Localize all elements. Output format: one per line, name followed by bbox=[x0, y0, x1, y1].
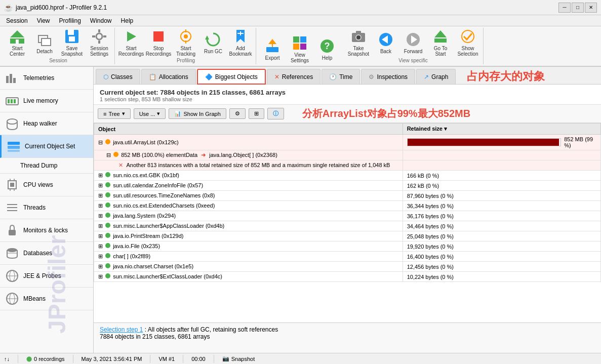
table-row[interactable]: ⊟ java.util.ArrayList (0x129c) 852 MB (9… bbox=[94, 135, 601, 150]
sidebar-item-heap-walker[interactable]: Heap walker bbox=[0, 112, 93, 135]
tab-references[interactable]: ✕ References bbox=[267, 69, 320, 84]
sidebar-item-cpu-views[interactable]: CPU views bbox=[0, 174, 93, 196]
menu-view[interactable]: View bbox=[33, 16, 54, 25]
sidebar-item-monitors-locks[interactable]: Monitors & locks bbox=[0, 219, 93, 242]
forward-button[interactable]: Forward bbox=[400, 28, 426, 57]
expand-icon[interactable]: ⊞ bbox=[98, 273, 103, 279]
expand-icon[interactable]: ⊞ bbox=[98, 203, 103, 209]
col-retained-size[interactable]: Retained size ▾ bbox=[403, 124, 600, 135]
tab-classes[interactable]: ⬡ Classes bbox=[96, 69, 140, 84]
expand-icon[interactable]: ⊟ bbox=[106, 152, 111, 158]
expand-icon[interactable]: ⊞ bbox=[98, 253, 103, 259]
sidebar-item-live-memory[interactable]: Live memory bbox=[0, 90, 93, 112]
tab-time[interactable]: 🕐 Time bbox=[322, 69, 360, 84]
expand-icon[interactable]: ⊞ bbox=[98, 243, 103, 249]
sidebar-item-thread-dump[interactable]: Thread Dump bbox=[0, 158, 93, 174]
expand-icon[interactable]: ⊞ bbox=[98, 213, 103, 219]
export-button[interactable]: Export bbox=[259, 35, 286, 63]
maximize-button[interactable]: □ bbox=[572, 3, 584, 13]
menu-help[interactable]: Help bbox=[117, 16, 138, 25]
menu-session[interactable]: Session bbox=[2, 16, 32, 25]
sidebar-item-jee-probes[interactable]: JEE & Probes bbox=[0, 265, 93, 288]
start-recordings-label: StartRecordings bbox=[118, 46, 144, 57]
detach-button[interactable]: Detach bbox=[31, 28, 58, 57]
table-row[interactable]: ⊟ 852 MB (100.0%) elementData ➜ java.lan… bbox=[94, 150, 601, 160]
columns-button[interactable]: ⊞ bbox=[249, 108, 264, 119]
heap-icon bbox=[5, 116, 19, 131]
start-center-button[interactable]: Start Center bbox=[4, 28, 30, 57]
table-row[interactable]: ⊞ java.lang.System (0x294) 36,176 bytes … bbox=[94, 211, 601, 221]
sidebar-item-current-object-set[interactable]: Current Object Set bbox=[0, 135, 93, 158]
arrow-icon: ➜ bbox=[201, 152, 206, 158]
back-button[interactable]: Back bbox=[373, 28, 399, 57]
expand-icon[interactable]: ⊞ bbox=[98, 172, 103, 178]
expand-icon[interactable]: ⊟ bbox=[98, 139, 103, 145]
save-snapshot-button[interactable]: Save Snapshot bbox=[59, 28, 85, 57]
cell-object: ⊞ sun.misc.Launcher$AppClassLoader (0xd4… bbox=[94, 221, 403, 231]
expand-icon[interactable]: ⊞ bbox=[98, 182, 103, 188]
svg-marker-13 bbox=[127, 31, 136, 42]
minimize-button[interactable]: ─ bbox=[558, 3, 571, 13]
session-settings-button[interactable]: Session Settings bbox=[86, 28, 112, 57]
table-row[interactable]: ⊞ sun.misc.Launcher$ExtClassLoader (0xd4… bbox=[94, 272, 601, 282]
table-row[interactable]: ⊞ sun.util.resources.TimeZoneNames (0x8)… bbox=[94, 191, 601, 201]
tab-inspections[interactable]: ⚙ Inspections bbox=[361, 69, 415, 84]
table-row[interactable]: ⊞ sun.util.calendar.ZoneInfoFile (0x57) … bbox=[94, 181, 601, 191]
svg-rect-29 bbox=[300, 44, 306, 50]
table-row[interactable]: ⊞ java.io.File (0x235) 19,920 bytes (0 %… bbox=[94, 241, 601, 252]
help-button[interactable]: ? Help bbox=[314, 35, 340, 63]
menu-profiling[interactable]: Profiling bbox=[55, 16, 85, 25]
table-row[interactable]: ⊞ char[ ] (0x2f89) 16,400 bytes (0 %) bbox=[94, 252, 601, 262]
expand-icon[interactable]: ⊞ bbox=[98, 192, 103, 198]
use-dropdown[interactable]: Use ... ▾ bbox=[134, 108, 166, 119]
close-button[interactable]: ✕ bbox=[585, 3, 597, 13]
tab-biggest-objects[interactable]: 🔷 Biggest Objects bbox=[197, 69, 266, 85]
col-object[interactable]: Object bbox=[94, 124, 403, 135]
svg-marker-1 bbox=[10, 30, 24, 37]
settings-icon-button[interactable]: ⚙ bbox=[229, 108, 246, 119]
tab-allocations[interactable]: 📋 Allocations bbox=[141, 69, 196, 84]
add-bookmark-button[interactable]: AddBookmark bbox=[227, 28, 254, 57]
selection-step-line: Selection step 1 : All objects after ful… bbox=[100, 326, 595, 333]
svg-rect-44 bbox=[10, 74, 12, 83]
cell-retained-size: 16,400 bytes (0 %) bbox=[403, 252, 600, 262]
object-name: java.lang.System (0x294) bbox=[113, 213, 176, 219]
tab-graph[interactable]: ↗ Graph bbox=[416, 69, 456, 84]
table-row[interactable]: ⊞ java.io.PrintStream (0x129d) 25,048 by… bbox=[94, 231, 601, 241]
object-dot bbox=[105, 243, 110, 248]
expand-icon[interactable]: ⊞ bbox=[98, 263, 103, 269]
sidebar-item-telemetries[interactable]: Telemetries bbox=[0, 67, 93, 90]
sidebar-item-threads[interactable]: Threads bbox=[0, 196, 93, 219]
sidebar-monitors-locks-label: Monitors & locks bbox=[23, 227, 68, 234]
run-gc-button[interactable]: Run GC bbox=[200, 28, 226, 57]
sidebar-item-databases[interactable]: Databases bbox=[0, 242, 93, 265]
selection-step-link[interactable]: Selection step 1 bbox=[100, 326, 143, 333]
table-row[interactable]: ✕ Another 813 instances with a total ret… bbox=[94, 160, 601, 171]
expand-icon[interactable]: ⊞ bbox=[98, 233, 103, 239]
tabs-bar: ⬡ Classes 📋 Allocations 🔷 Biggest Object… bbox=[94, 67, 601, 85]
cell-retained-size: 34,464 bytes (0 %) bbox=[403, 221, 600, 231]
svg-rect-14 bbox=[153, 31, 164, 42]
take-snapshot-button[interactable]: TakeSnapshot bbox=[345, 28, 372, 57]
sidebar-item-mbeans[interactable]: MBeans bbox=[0, 288, 93, 310]
menu-window[interactable]: Window bbox=[86, 16, 116, 25]
expand-icon[interactable]: ⊞ bbox=[98, 223, 103, 229]
go-to-start-button[interactable]: Go ToStart bbox=[427, 28, 454, 57]
table-row[interactable]: ⊞ sun.nio.cs.ext.GBK (0x1bf) 166 kB (0 %… bbox=[94, 171, 601, 181]
bookmark-icon bbox=[232, 28, 249, 45]
start-recordings-button[interactable]: StartRecordings bbox=[118, 28, 144, 57]
table-row[interactable]: ⊞ sun.misc.Launcher$AppClassLoader (0xd4… bbox=[94, 221, 601, 231]
tab-classes-label: Classes bbox=[111, 73, 133, 80]
table-container[interactable]: Object Retained size ▾ ⊟ java.util.Array… bbox=[94, 123, 601, 322]
view-settings-button[interactable]: ViewSettings bbox=[287, 35, 313, 63]
object-name: sun.misc.Launcher$ExtClassLoader (0xd4c) bbox=[113, 273, 222, 279]
info-button[interactable]: ⓘ bbox=[267, 108, 284, 119]
start-tracking-button[interactable]: StartTracking bbox=[173, 28, 199, 57]
stop-recordings-button[interactable]: StopRecordings bbox=[145, 28, 172, 57]
show-in-graph-button[interactable]: 📊 Show In Graph bbox=[169, 108, 226, 119]
table-row[interactable]: ⊞ sun.nio.cs.ext.ExtendedCharsets (0xeed… bbox=[94, 201, 601, 211]
tree-dropdown[interactable]: ≡ Tree ▾ bbox=[98, 108, 131, 119]
show-selection-button[interactable]: ShowSelection bbox=[455, 28, 481, 57]
status-arrows[interactable]: ↑↓ bbox=[4, 356, 10, 362]
table-row[interactable]: ⊞ java.nio.charset.Charset (0x1e5) 12,45… bbox=[94, 262, 601, 272]
